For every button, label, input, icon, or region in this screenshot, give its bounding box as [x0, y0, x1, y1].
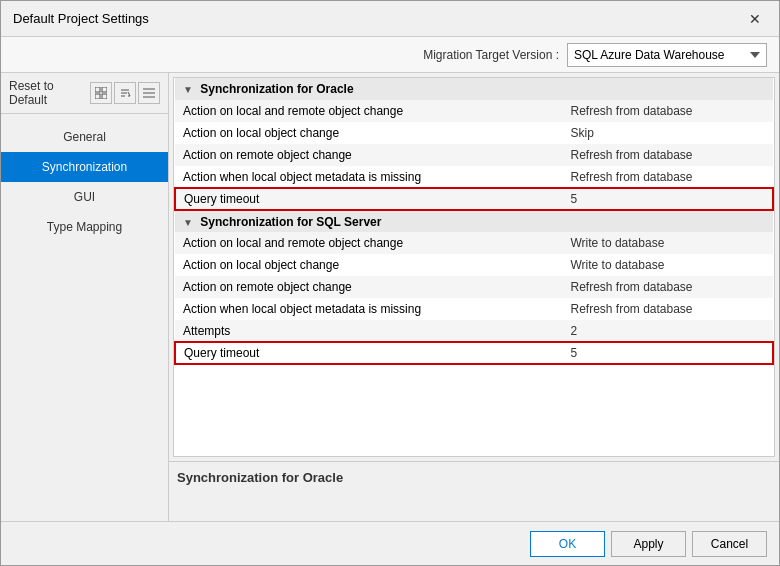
nav-item-gui[interactable]: GUI [1, 182, 168, 212]
setting-name: Action when local object metadata is mis… [175, 166, 562, 188]
setting-value: Refresh from database [562, 276, 773, 298]
migration-label: Migration Target Version : [423, 48, 559, 62]
close-button[interactable]: ✕ [743, 9, 767, 29]
bottom-section: Synchronization for Oracle [169, 461, 779, 521]
table-row: Attempts 2 [175, 320, 773, 342]
table-row: Action on local and remote object change… [175, 100, 773, 122]
right-panel: ▼ Synchronization for Oracle Action on l… [169, 73, 779, 521]
setting-name: Action on remote object change [175, 276, 562, 298]
table-row: Action on local and remote object change… [175, 232, 773, 254]
collapse-arrow-sqlserver: ▼ [183, 217, 193, 228]
svg-rect-2 [95, 94, 100, 99]
nav-item-general[interactable]: General [1, 122, 168, 152]
settings-table: ▼ Synchronization for Oracle Action on l… [174, 78, 774, 365]
setting-name: Action on local object change [175, 122, 562, 144]
sqlserver-query-timeout-value: 5 [562, 342, 773, 364]
setting-name: Attempts [175, 320, 562, 342]
sqlserver-query-timeout-label: Query timeout [175, 342, 562, 364]
table-row: Action when local object metadata is mis… [175, 298, 773, 320]
grid-view-icon-button[interactable] [90, 82, 112, 104]
apply-button[interactable]: Apply [611, 531, 686, 557]
setting-name: Action on local object change [175, 254, 562, 276]
setting-name: Action on remote object change [175, 144, 562, 166]
oracle-query-timeout-label: Query timeout [175, 188, 562, 210]
oracle-section-title: Synchronization for Oracle [200, 82, 353, 96]
svg-rect-0 [95, 87, 100, 92]
table-row: Action on remote object change Refresh f… [175, 144, 773, 166]
dialog-footer: OK Apply Cancel [1, 521, 779, 565]
migration-target-select[interactable]: SQL Azure Data Warehouse SQL Server 2016… [567, 43, 767, 67]
nav-item-synchronization[interactable]: Synchronization [1, 152, 168, 182]
setting-value: 2 [562, 320, 773, 342]
nav-item-type-mapping[interactable]: Type Mapping [1, 212, 168, 242]
list-icon-button[interactable] [138, 82, 160, 104]
table-row: Action on local object change Write to d… [175, 254, 773, 276]
sort-icon [119, 87, 131, 99]
migration-bar: Migration Target Version : SQL Azure Dat… [1, 37, 779, 73]
dialog-title: Default Project Settings [13, 11, 149, 26]
main-dialog: Default Project Settings ✕ Migration Tar… [0, 0, 780, 566]
reset-to-default-button[interactable]: Reset to Default [9, 79, 84, 107]
table-row: Action when local object metadata is mis… [175, 166, 773, 188]
grid-icon [95, 87, 107, 99]
sqlserver-section-title: Synchronization for SQL Server [200, 215, 381, 229]
setting-value: Write to database [562, 232, 773, 254]
left-panel: Reset to Default [1, 73, 169, 521]
setting-name: Action on local and remote object change [175, 100, 562, 122]
table-row: Action on local object change Skip [175, 122, 773, 144]
svg-rect-3 [102, 94, 107, 99]
setting-name: Action on local and remote object change [175, 232, 562, 254]
collapse-arrow-oracle: ▼ [183, 84, 193, 95]
toolbar-icons [90, 82, 160, 104]
setting-value: Skip [562, 122, 773, 144]
main-content: Reset to Default [1, 73, 779, 521]
setting-value: Refresh from database [562, 166, 773, 188]
sqlserver-section-header: ▼ Synchronization for SQL Server [175, 210, 773, 232]
oracle-query-timeout-value: 5 [562, 188, 773, 210]
title-bar: Default Project Settings ✕ [1, 1, 779, 37]
setting-value: Write to database [562, 254, 773, 276]
table-row: Action on remote object change Refresh f… [175, 276, 773, 298]
oracle-query-timeout-row[interactable]: Query timeout 5 [175, 188, 773, 210]
oracle-section-header: ▼ Synchronization for Oracle [175, 78, 773, 100]
svg-rect-1 [102, 87, 107, 92]
cancel-button[interactable]: Cancel [692, 531, 767, 557]
nav-items: General Synchronization GUI Type Mapping [1, 114, 168, 521]
list-icon [143, 87, 155, 99]
setting-name: Action when local object metadata is mis… [175, 298, 562, 320]
setting-value: Refresh from database [562, 144, 773, 166]
sqlserver-query-timeout-row[interactable]: Query timeout 5 [175, 342, 773, 364]
reset-section: Reset to Default [1, 73, 168, 114]
sort-icon-button[interactable] [114, 82, 136, 104]
bottom-section-title: Synchronization for Oracle [177, 470, 771, 489]
setting-value: Refresh from database [562, 100, 773, 122]
settings-area: ▼ Synchronization for Oracle Action on l… [173, 77, 775, 457]
ok-button[interactable]: OK [530, 531, 605, 557]
setting-value: Refresh from database [562, 298, 773, 320]
